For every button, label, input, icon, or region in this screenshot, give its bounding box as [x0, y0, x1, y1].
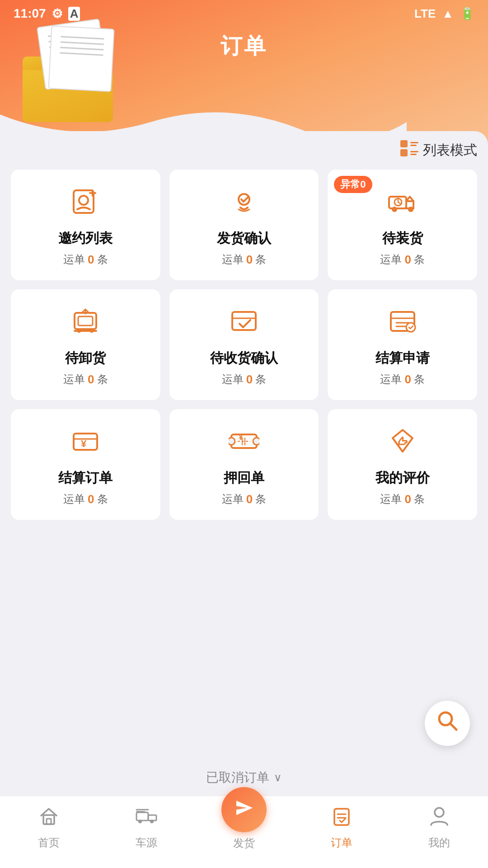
svg-rect-1 — [400, 149, 408, 156]
my-review-subtitle: 运单 0 条 — [380, 492, 424, 506]
my-review-title: 我的评价 — [375, 469, 430, 487]
nav-item-mine[interactable]: 我的 — [390, 805, 488, 850]
pending-load-subtitle: 运单 0 条 — [380, 252, 424, 267]
invite-list-subtitle: 运单 0 条 — [63, 252, 108, 267]
nav-item-orders[interactable]: 订单 — [293, 805, 390, 850]
svg-point-48 — [150, 820, 154, 823]
svg-point-7 — [79, 196, 88, 205]
ticket-icon: ¥ — [229, 425, 259, 461]
svg-point-21 — [77, 329, 81, 333]
truck-icon — [387, 186, 418, 221]
settlement-apply-subtitle: 运单 0 条 — [380, 372, 424, 387]
pending-receive-title: 待收货确认 — [210, 349, 278, 368]
unload-icon — [70, 306, 101, 341]
nav-item-vehicles[interactable]: 车源 — [98, 805, 195, 850]
ship-confirm-subtitle: 运单 0 条 — [222, 252, 266, 267]
invite-icon — [70, 186, 101, 221]
svg-line-16 — [398, 202, 400, 203]
chevron-down-icon: ∨ — [274, 771, 282, 784]
pending-receive-subtitle: 运单 0 条 — [222, 372, 266, 387]
svg-point-29 — [406, 323, 415, 332]
svg-rect-5 — [410, 154, 417, 155]
settlement-icon — [387, 306, 418, 341]
svg-point-54 — [435, 808, 444, 817]
abnormal-badge: 异常0 — [334, 176, 372, 193]
settlement-order-title: 结算订单 — [58, 469, 113, 487]
list-mode-toggle[interactable]: 列表模式 — [11, 140, 477, 160]
settlement-apply-title: 结算申请 — [375, 349, 430, 368]
invite-list-title: 邀约列表 — [58, 229, 113, 248]
truck-nav-icon — [136, 805, 157, 832]
ship-confirm-title: 发货确认 — [217, 229, 271, 248]
bottom-nav: 首页 车源 发货 — [0, 796, 488, 868]
svg-rect-18 — [78, 316, 93, 326]
grid-item-ship-confirm[interactable]: 发货确认 运单 0 条 — [169, 170, 319, 280]
accessibility-icon: A — [68, 7, 80, 21]
svg-rect-45 — [136, 812, 148, 821]
money-icon: ¥ — [70, 425, 101, 461]
svg-rect-44 — [47, 819, 51, 824]
orders-grid: 邀约列表 运单 0 条 发货确认 运单 0 条 — [11, 170, 477, 520]
list-mode-icon — [400, 140, 418, 160]
pending-load-title: 待装货 — [382, 229, 423, 248]
nav-item-ship[interactable]: 发货 — [195, 787, 293, 850]
mine-label: 我的 — [428, 835, 450, 850]
vehicles-label: 车源 — [136, 835, 157, 850]
svg-rect-3 — [410, 145, 417, 146]
main-content: 列表模式 邀约列表 运单 0 条 — [0, 131, 488, 796]
status-bar: 11:07 ⚙ A LTE ▲ 🔋 — [0, 0, 488, 27]
svg-point-13 — [408, 207, 413, 212]
grid-item-pending-unload[interactable]: 待卸货 运单 0 条 — [11, 289, 160, 400]
battery-icon: 🔋 — [460, 7, 474, 21]
home-icon — [38, 805, 60, 832]
search-icon — [436, 709, 459, 738]
grid-item-settlement-apply[interactable]: 结算申请 运单 0 条 — [328, 289, 477, 400]
settings-icon: ⚙ — [52, 6, 63, 21]
svg-rect-0 — [400, 140, 408, 147]
orders-label: 订单 — [331, 835, 352, 850]
svg-line-42 — [450, 723, 456, 730]
svg-point-22 — [90, 329, 94, 333]
grid-item-settlement-order[interactable]: ¥ 结算订单 运单 0 条 — [11, 409, 160, 520]
pending-unload-title: 待卸货 — [65, 349, 106, 368]
signal-icon: ▲ — [442, 7, 454, 21]
svg-point-34 — [229, 438, 235, 445]
grid-item-my-review[interactable]: 我的评价 运单 0 条 — [328, 409, 477, 520]
receive-icon — [229, 306, 259, 341]
nav-item-home[interactable]: 首页 — [0, 805, 98, 850]
list-mode-label: 列表模式 — [423, 141, 477, 160]
orders-icon — [331, 805, 352, 832]
ship-label: 发货 — [233, 836, 255, 850]
settlement-order-subtitle: 运单 0 条 — [63, 492, 108, 506]
returned-order-subtitle: 运单 0 条 — [222, 492, 266, 506]
grid-item-returned-order[interactable]: ¥ 押回单 运单 0 条 — [169, 409, 319, 520]
home-label: 首页 — [38, 835, 60, 850]
network-type: LTE — [414, 7, 436, 21]
send-icon — [233, 796, 255, 823]
svg-text:¥: ¥ — [81, 438, 87, 449]
confirm-icon — [229, 186, 259, 221]
svg-point-12 — [392, 207, 397, 212]
person-icon — [428, 805, 450, 832]
svg-point-47 — [138, 820, 142, 823]
review-icon — [387, 425, 418, 461]
svg-rect-43 — [43, 815, 54, 824]
grid-item-invite-list[interactable]: 邀约列表 运单 0 条 — [11, 170, 160, 280]
status-time: 11:07 — [14, 6, 46, 21]
svg-rect-2 — [410, 142, 418, 143]
cancelled-label: 已取消订单 — [206, 769, 269, 786]
search-fab[interactable] — [425, 701, 470, 746]
svg-rect-4 — [410, 151, 418, 152]
pending-unload-subtitle: 运单 0 条 — [63, 372, 108, 387]
grid-item-pending-load[interactable]: 异常0 待装货 运单 0 条 — [328, 170, 477, 280]
svg-point-35 — [253, 438, 259, 445]
grid-item-pending-receive[interactable]: 待收货确认 运单 0 条 — [169, 289, 319, 400]
svg-point-10 — [239, 194, 249, 205]
ship-center-circle[interactable] — [221, 787, 267, 832]
page-title: 订单 — [0, 32, 488, 61]
returned-order-title: 押回单 — [224, 469, 264, 487]
